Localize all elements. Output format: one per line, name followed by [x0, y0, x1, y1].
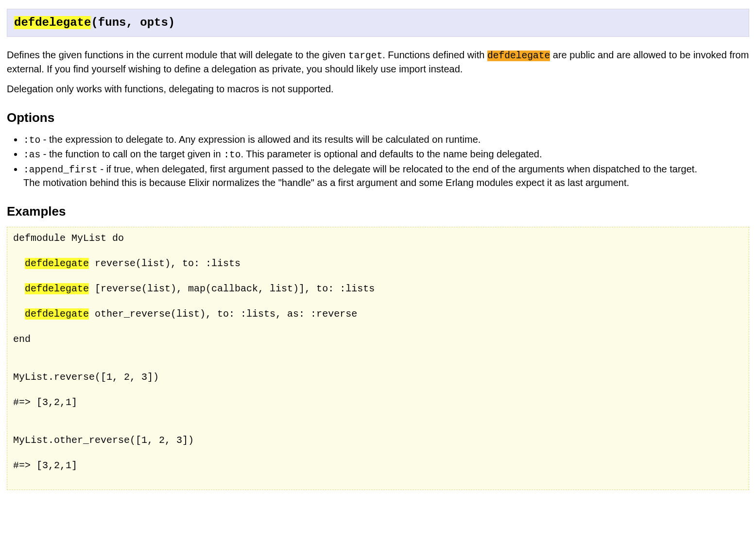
option-name: :append_first — [23, 165, 98, 175]
code-text: other_reverse(list), to: :lists, as: :re… — [89, 308, 357, 320]
code-line: defmodule MyList do — [13, 232, 743, 245]
option-as: :as - the function to call on the target… — [23, 148, 749, 161]
code-text: [reverse(list), map(callback, list)], to… — [89, 283, 375, 294]
code-line: defdelegate other_reverse(list), to: :li… — [13, 308, 743, 321]
code-indent — [13, 308, 25, 320]
target-code: target — [348, 51, 383, 61]
description-paragraph-1: Defines the given functions in the curre… — [7, 49, 749, 75]
code-line: #=> [3,2,1] — [13, 396, 743, 409]
code-text: reverse(list), to: :lists — [89, 258, 241, 269]
option-to: :to - the expression to delegate to. Any… — [23, 133, 749, 147]
defdelegate-keyword: defdelegate — [25, 258, 89, 269]
option-name: :to — [23, 135, 40, 146]
defdelegate-code-highlight: defdelegate — [487, 51, 550, 61]
option-desc: . This parameter is optional and default… — [241, 149, 542, 159]
defdelegate-keyword: defdelegate — [25, 308, 89, 320]
option-desc: The motivation behind this is because El… — [23, 177, 629, 188]
option-append-first: :append_first - if true, when delegated,… — [23, 163, 749, 189]
code-line: defdelegate [reverse(list), map(callback… — [13, 283, 743, 295]
option-desc: - if true, when delegated, first argumen… — [98, 164, 697, 174]
options-heading: Options — [7, 109, 749, 126]
function-signature: defdelegate(funs, opts) — [7, 9, 749, 37]
option-desc: - the expression to delegate to. Any exp… — [40, 134, 481, 145]
macro-name-highlight: defdelegate — [14, 16, 91, 29]
code-line: defdelegate reverse(list), to: :lists — [13, 257, 743, 270]
description-text: Defines the given functions in the curre… — [7, 50, 348, 60]
option-desc: - the function to call on the target giv… — [40, 149, 223, 159]
code-indent — [13, 283, 25, 294]
code-line: MyList.reverse([1, 2, 3]) — [13, 371, 743, 384]
description-paragraph-2: Delegation only works with functions, de… — [7, 83, 749, 96]
option-name: :as — [23, 150, 40, 160]
defdelegate-keyword: defdelegate — [25, 283, 89, 294]
examples-heading: Examples — [7, 203, 749, 220]
code-example: defmodule MyList do defdelegate reverse(… — [7, 227, 749, 490]
code-line: #=> [3,2,1] — [13, 459, 743, 472]
description-text: . Functions defined with — [382, 50, 487, 60]
options-list: :to - the expression to delegate to. Any… — [7, 133, 749, 189]
code-line: end — [13, 333, 743, 346]
code-indent — [13, 258, 25, 269]
signature-args: (funs, opts) — [91, 16, 175, 29]
to-code: :to — [223, 150, 241, 160]
code-line: MyList.other_reverse([1, 2, 3]) — [13, 434, 743, 447]
